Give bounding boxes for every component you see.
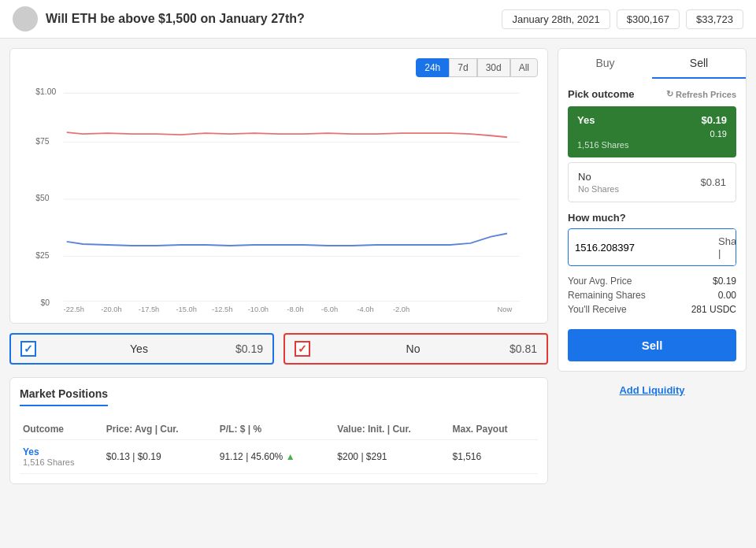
- remaining-value: 0.00: [718, 290, 736, 301]
- row-pl: 91.12 | 45.60% ▲: [217, 440, 335, 474]
- svg-text:-10.0h: -10.0h: [248, 305, 269, 313]
- chart-tabs: 24h 7d 30d All: [20, 58, 538, 77]
- svg-text:$75: $75: [35, 137, 50, 146]
- receive-value: 281 USDC: [691, 304, 736, 315]
- how-much-label: How much?: [568, 212, 736, 224]
- no-price: $0.81: [510, 342, 537, 355]
- yes-shares-label: 1,516 Shares: [577, 140, 628, 150]
- svg-text:-2.0h: -2.0h: [393, 305, 410, 313]
- stat-volume: $300,167: [617, 9, 680, 29]
- svg-text:-4.0h: -4.0h: [357, 305, 373, 313]
- positions-table: Outcome Price: Avg | Cur. P/L: $ | % Val…: [20, 419, 538, 474]
- no-label: No: [317, 342, 510, 355]
- header-stats: January 28th, 2021 $300,167 $33,723: [502, 9, 743, 29]
- trade-panel: Buy Sell Pick outcome ↻ Refresh Prices Y…: [558, 48, 747, 372]
- market-positions: Market Positions Outcome Price: Avg | Cu…: [9, 377, 548, 484]
- svg-text:-17.5h: -17.5h: [139, 305, 159, 313]
- row-value: $200 | $291: [334, 440, 449, 474]
- shares-input[interactable]: [569, 235, 713, 260]
- row-price: $0.13 | $0.19: [103, 440, 217, 474]
- table-row: Yes 1,516 Shares $0.13 | $0.19 91.12 | 4…: [20, 440, 538, 474]
- chart-tab-all[interactable]: All: [510, 58, 538, 77]
- header-bar: Will ETH be above $1,500 on January 27th…: [0, 0, 756, 39]
- market-positions-title: Market Positions: [20, 387, 538, 413]
- no-shares-label: No Shares: [578, 184, 619, 194]
- yes-price: $0.19: [235, 342, 263, 355]
- svg-text:-12.5h: -12.5h: [212, 305, 232, 313]
- shares-unit-label: Shares |: [713, 229, 736, 265]
- yes-option-price: $0.19: [701, 114, 727, 126]
- svg-text:$50: $50: [35, 194, 50, 202]
- add-liquidity-button[interactable]: Add Liquidity: [619, 384, 684, 396]
- svg-text:-22.5h: -22.5h: [64, 305, 84, 313]
- outcome-box-yes[interactable]: ✓ Yes $0.19: [9, 333, 274, 365]
- trade-body: Pick outcome ↻ Refresh Prices Yes $0.19 …: [558, 79, 746, 371]
- tab-buy[interactable]: Buy: [558, 49, 652, 79]
- yes-label: Yes: [43, 342, 235, 355]
- yes-outcome-option[interactable]: Yes $0.19 0.19 1,516 Shares: [568, 106, 736, 157]
- remaining-label: Remaining Shares: [568, 290, 646, 301]
- outcome-boxes: ✓ Yes $0.19 ✓ No $0.81: [9, 333, 548, 365]
- chart-tab-7d[interactable]: 7d: [449, 58, 476, 77]
- shares-input-row: Shares | Max: [568, 228, 736, 266]
- refresh-prices-button[interactable]: ↻ Refresh Prices: [666, 89, 736, 99]
- add-liquidity-section: Add Liquidity: [558, 384, 747, 396]
- chart-tab-30d[interactable]: 30d: [477, 58, 510, 77]
- row-payout: $1,516: [449, 440, 538, 474]
- price-details: Your Avg. Price $0.19 Remaining Shares 0…: [568, 276, 736, 315]
- svg-text:Now: Now: [498, 305, 513, 313]
- avg-price-row: Your Avg. Price $0.19: [568, 276, 736, 287]
- svg-text:-8.0h: -8.0h: [287, 305, 303, 313]
- avg-price-label: Your Avg. Price: [568, 276, 632, 287]
- no-option-price: $0.81: [700, 176, 726, 188]
- chart-svg: $1.00 $75 $50 $25 $0 -22.: [20, 85, 538, 313]
- tab-sell[interactable]: Sell: [652, 49, 746, 79]
- remaining-shares-row: Remaining Shares 0.00: [568, 290, 736, 301]
- pick-outcome-section: Pick outcome ↻ Refresh Prices: [568, 88, 736, 100]
- left-panel: 24h 7d 30d All $1.00 $75 $50 $25 $0: [9, 48, 548, 484]
- page-title: Will ETH be above $1,500 on January 27th…: [46, 12, 502, 26]
- right-panel: Buy Sell Pick outcome ↻ Refresh Prices Y…: [558, 48, 747, 484]
- col-outcome: Outcome: [20, 419, 103, 440]
- yes-option-label: Yes: [577, 114, 595, 126]
- receive-label: You'll Receive: [568, 304, 627, 315]
- arrow-up-icon: ▲: [286, 451, 295, 462]
- no-option-label: No: [578, 171, 619, 183]
- avg-price-value: $0.19: [713, 276, 736, 287]
- svg-text:-20.0h: -20.0h: [101, 305, 121, 313]
- col-pl: P/L: $ | %: [217, 419, 335, 440]
- stat-liquidity: $33,723: [686, 9, 743, 29]
- yes-checkbox[interactable]: ✓: [20, 341, 36, 357]
- refresh-icon: ↻: [666, 89, 673, 99]
- pick-outcome-label: Pick outcome: [568, 88, 635, 100]
- col-price: Price: Avg | Cur.: [103, 419, 217, 440]
- outcome-box-no[interactable]: ✓ No $0.81: [284, 333, 548, 365]
- yes-bar-value: 0.19: [710, 129, 727, 139]
- row-outcome: Yes 1,516 Shares: [20, 440, 103, 474]
- svg-text:$25: $25: [35, 251, 50, 260]
- svg-text:-6.0h: -6.0h: [321, 305, 338, 313]
- col-payout: Max. Payout: [449, 419, 538, 440]
- sell-button[interactable]: Sell: [568, 329, 736, 361]
- stat-date: January 28th, 2021: [502, 9, 610, 29]
- avatar: [13, 6, 38, 31]
- chart-tab-24h[interactable]: 24h: [416, 58, 449, 77]
- trade-tabs: Buy Sell: [558, 49, 746, 79]
- svg-text:-15.0h: -15.0h: [176, 305, 197, 313]
- chart-area: $1.00 $75 $50 $25 $0 -22.: [20, 85, 538, 313]
- no-outcome-option[interactable]: No No Shares $0.81: [568, 162, 736, 202]
- no-checkmark: ✓: [298, 342, 307, 355]
- chart-container: 24h 7d 30d All $1.00 $75 $50 $25 $0: [9, 48, 548, 324]
- receive-row: You'll Receive 281 USDC: [568, 304, 736, 315]
- no-checkbox[interactable]: ✓: [295, 341, 310, 357]
- svg-text:$0: $0: [41, 298, 50, 307]
- svg-text:$1.00: $1.00: [35, 87, 56, 96]
- yes-checkmark: ✓: [24, 342, 33, 355]
- col-value: Value: Init. | Cur.: [334, 419, 449, 440]
